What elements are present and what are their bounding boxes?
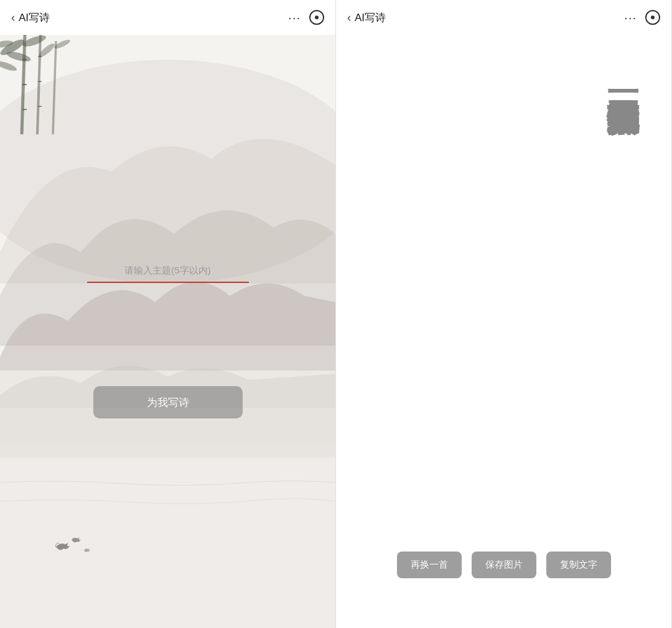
- left-target-icon[interactable]: [309, 10, 324, 25]
- refresh-poem-label: 再换一首: [411, 559, 448, 571]
- left-more-icon[interactable]: ···: [288, 11, 301, 25]
- right-header: ‹ AI写诗 ···: [336, 0, 671, 35]
- back-icon: ‹: [11, 12, 15, 23]
- left-header-right: ···: [288, 10, 324, 25]
- poem-input-area: 请输入主题(5字以内): [75, 265, 261, 283]
- bamboo-svg: [0, 35, 100, 134]
- write-poem-button[interactable]: 为我写诗: [93, 386, 243, 418]
- right-target-icon[interactable]: [645, 10, 660, 25]
- save-image-button[interactable]: 保存图片: [472, 552, 536, 578]
- right-back-icon: ‹: [347, 12, 351, 23]
- birds-svg: [37, 516, 112, 566]
- right-more-icon[interactable]: ···: [624, 11, 637, 25]
- right-header-title: AI写诗: [355, 11, 386, 25]
- right-back-button[interactable]: ‹ AI写诗: [347, 11, 386, 25]
- left-panel: ‹ AI写诗 ···: [0, 0, 336, 628]
- right-panel: ‹ AI写诗 ··· 远节莫辞归 逐风仍帝贵 青袍物带缠 夏腊去一年 再换一首 …: [336, 0, 672, 628]
- copy-text-label: 复制文字: [560, 559, 597, 571]
- action-bar: 再换一首 保存图片 复制文字: [336, 552, 671, 578]
- input-placeholder[interactable]: 请输入主题(5字以内): [75, 265, 261, 277]
- svg-point-15: [0, 59, 18, 73]
- left-header: ‹ AI写诗 ···: [0, 0, 335, 35]
- left-back-button[interactable]: ‹ AI写诗: [11, 11, 50, 25]
- refresh-poem-button[interactable]: 再换一首: [397, 552, 462, 578]
- svg-line-6: [53, 41, 56, 134]
- right-header-right: ···: [624, 10, 660, 25]
- left-header-title: AI写诗: [19, 11, 50, 25]
- svg-line-5: [37, 35, 40, 134]
- left-background: 请输入主题(5字以内) 为我写诗: [0, 35, 335, 628]
- save-image-label: 保存图片: [485, 559, 523, 571]
- copy-text-button[interactable]: 复制文字: [546, 552, 611, 578]
- input-underline: [87, 282, 249, 283]
- write-poem-button-label: 为我写诗: [147, 395, 189, 410]
